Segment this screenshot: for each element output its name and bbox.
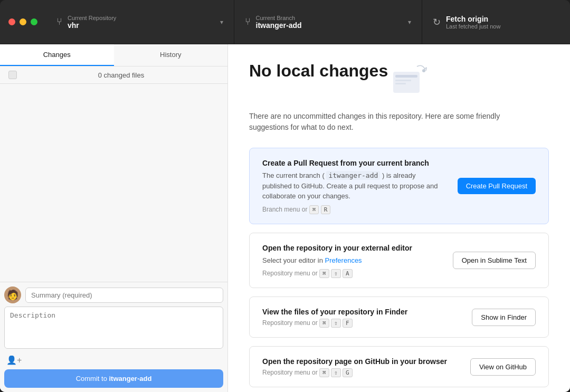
- card-pr-desc-before: The current branch (: [262, 171, 325, 179]
- card-finder-title: View the files of your repository in Fin…: [262, 308, 461, 316]
- card-finder-shortcut-label: Repository menu or: [262, 319, 318, 327]
- card-editor-key1: ⌘: [319, 269, 329, 278]
- card-editor-content: Open the repository in your external edi…: [262, 244, 442, 278]
- card-github-title: Open the repository page on GitHub in yo…: [262, 357, 460, 366]
- illustration: [388, 61, 430, 98]
- repo-text: Current Repository vhr: [68, 15, 116, 30]
- no-changes-text-block: No local changes: [249, 61, 388, 81]
- show-in-finder-button[interactable]: Show in Finder: [472, 309, 536, 326]
- card-pr-title: Create a Pull Request from your current …: [262, 159, 447, 167]
- card-editor-shortcut: Repository menu or ⌘ ⇧ A: [262, 270, 442, 277]
- sidebar: Changes History 0 changed files 🧑 👤+ Com…: [0, 44, 228, 392]
- fetch-section[interactable]: ↻ Fetch origin Last fetched just now: [422, 0, 570, 44]
- co-authors-row: 👤+: [4, 355, 223, 365]
- svg-point-4: [422, 69, 425, 72]
- select-all-checkbox[interactable]: [8, 71, 17, 79]
- close-button[interactable]: [8, 18, 15, 25]
- branch-icon: ⑂: [245, 16, 251, 27]
- card-github-shortcut-label: Repository menu or: [262, 369, 318, 376]
- tab-history[interactable]: History: [114, 44, 228, 66]
- description-input[interactable]: [4, 307, 223, 349]
- repo-label: Current Repository: [68, 15, 116, 21]
- create-pull-request-button[interactable]: Create Pull Request: [458, 178, 536, 194]
- fetch-label: Fetch origin: [446, 15, 500, 23]
- commit-section: 🧑 👤+ Commit to itwanger-add: [0, 282, 227, 392]
- commit-button-branch: itwanger-add: [109, 375, 151, 383]
- card-pr-key2: R: [321, 205, 331, 214]
- traffic-lights: [0, 0, 46, 44]
- commit-author-row: 🧑: [4, 286, 223, 303]
- card-pr-shortcut-label: Branch menu or: [262, 206, 307, 213]
- card-editor-key3: A: [343, 269, 353, 278]
- titlebar: ⑂ Current Repository vhr ▾ ⑂ Current Bra…: [0, 0, 570, 44]
- sidebar-empty-area: [0, 84, 227, 282]
- tab-changes[interactable]: Changes: [0, 44, 114, 66]
- commit-button-prefix: Commit to: [76, 375, 109, 383]
- main-area: Changes History 0 changed files 🧑 👤+ Com…: [0, 44, 570, 392]
- summary-input[interactable]: [25, 288, 223, 303]
- branch-label: Current Branch: [256, 15, 302, 21]
- changed-files-count: 0 changed files: [23, 71, 219, 79]
- card-pr-branch: itwanger-add: [326, 171, 380, 180]
- svg-rect-3: [395, 83, 406, 84]
- no-changes-desc: There are no uncommitted changes in this…: [249, 111, 513, 133]
- card-finder-key2: ⇧: [331, 319, 341, 328]
- changed-files-row: 0 changed files: [0, 66, 227, 84]
- card-finder-key3: F: [343, 319, 353, 328]
- card-github-key2: ⇧: [331, 368, 341, 377]
- repo-name: vhr: [68, 21, 116, 30]
- card-editor-title: Open the repository in your external edi…: [262, 244, 442, 252]
- card-pr-key1: ⌘: [309, 205, 319, 214]
- branch-name: itwanger-add: [256, 21, 302, 30]
- preferences-link[interactable]: Preferences: [325, 256, 362, 264]
- sidebar-tabs: Changes History: [0, 44, 227, 66]
- card-editor-key2: ⇧: [331, 269, 341, 278]
- card-github: Open the repository page on GitHub in yo…: [249, 346, 549, 387]
- open-in-editor-button[interactable]: Open in Sublime Text: [453, 252, 536, 269]
- add-co-author-icon[interactable]: 👤+: [6, 355, 22, 365]
- card-finder: View the files of your repository in Fin…: [249, 297, 549, 338]
- minimize-button[interactable]: [20, 18, 26, 25]
- card-github-content: Open the repository page on GitHub in yo…: [262, 357, 460, 376]
- card-external-editor: Open the repository in your external edi…: [249, 233, 549, 289]
- repo-icon: ⑂: [56, 16, 62, 27]
- card-editor-desc: Select your editor in Preferences: [262, 255, 442, 266]
- branch-dropdown-arrow: ▾: [408, 18, 411, 26]
- card-pr-content: Create a Pull Request from your current …: [262, 159, 447, 213]
- repo-dropdown-arrow: ▾: [220, 18, 223, 26]
- card-pr-desc: The current branch ( itwanger-add ) is a…: [262, 170, 447, 202]
- svg-rect-1: [395, 75, 417, 78]
- card-finder-key1: ⌘: [319, 319, 329, 328]
- branch-text: Current Branch itwanger-add: [256, 15, 302, 30]
- view-on-github-button[interactable]: View on GitHub: [470, 358, 536, 376]
- no-changes-title: No local changes: [249, 61, 388, 81]
- branch-section[interactable]: ⑂ Current Branch itwanger-add ▾: [234, 0, 423, 44]
- card-github-shortcut: Repository menu or ⌘ ⇧ G: [262, 369, 460, 376]
- repo-section[interactable]: ⑂ Current Repository vhr ▾: [46, 0, 234, 44]
- avatar: 🧑: [4, 286, 21, 303]
- card-github-key3: G: [343, 368, 353, 377]
- fetch-text: Fetch origin Last fetched just now: [446, 15, 500, 30]
- no-changes-header: No local changes: [249, 61, 549, 98]
- card-finder-content: View the files of your repository in Fin…: [262, 308, 461, 327]
- card-editor-desc-text: Select your editor in: [262, 256, 323, 264]
- svg-rect-2: [395, 80, 411, 81]
- fetch-icon: ↻: [433, 16, 441, 28]
- card-pr-shortcut: Branch menu or ⌘ R: [262, 206, 447, 213]
- maximize-button[interactable]: [31, 18, 37, 25]
- card-github-key1: ⌘: [319, 368, 329, 377]
- card-pull-request: Create a Pull Request from your current …: [249, 148, 549, 224]
- card-editor-shortcut-label: Repository menu or: [262, 270, 318, 277]
- commit-button[interactable]: Commit to itwanger-add: [4, 369, 223, 388]
- content-area: No local changes There are no uncommitte…: [228, 44, 570, 392]
- card-finder-shortcut: Repository menu or ⌘ ⇧ F: [262, 319, 461, 327]
- fetch-sub: Last fetched just now: [446, 23, 500, 30]
